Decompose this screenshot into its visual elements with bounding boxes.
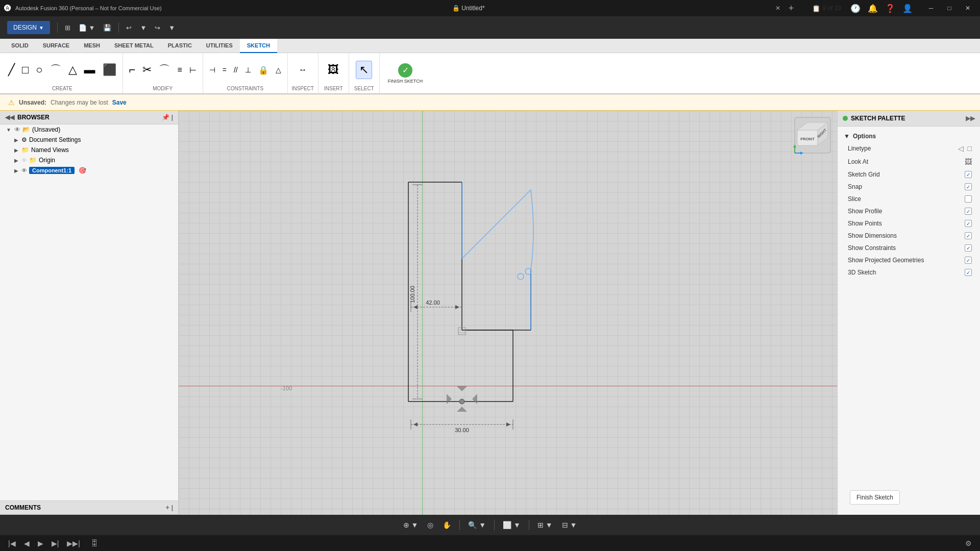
3d-sketch-checkbox[interactable]: ✓ bbox=[965, 269, 972, 276]
finish-sketch-palette-button[interactable]: Finish Sketch bbox=[850, 490, 900, 505]
linetype-icon2[interactable]: □ bbox=[968, 144, 972, 153]
close-button[interactable]: ✕ bbox=[960, 0, 976, 16]
slice-checkbox[interactable] bbox=[965, 195, 972, 203]
line-tool[interactable]: ╱ bbox=[5, 61, 18, 79]
trim-tool[interactable]: ✂ bbox=[139, 61, 155, 79]
show-dimensions-checkbox[interactable]: ✓ bbox=[965, 232, 972, 239]
redo-button[interactable]: ↪ bbox=[152, 22, 163, 34]
user-avatar[interactable]: 👤 bbox=[900, 2, 915, 15]
help-icon[interactable]: ❓ bbox=[883, 2, 897, 15]
viewcube[interactable]: FRONT RIGHT bbox=[792, 115, 833, 156]
browser-item-component1[interactable]: ▶ 👁 Component1:1 🎯 bbox=[0, 165, 178, 176]
break-tool[interactable]: ≡ bbox=[174, 63, 185, 77]
tab-utilities[interactable]: UTILITIES bbox=[199, 39, 240, 53]
arc-tool[interactable]: ⌒ bbox=[47, 60, 64, 80]
look-at-icon[interactable]: 🖼 bbox=[965, 158, 972, 166]
orbit-tool[interactable]: ◎ bbox=[424, 519, 436, 531]
next-button[interactable]: ▶| bbox=[50, 538, 61, 548]
zoom-tool[interactable]: 🔍 ▼ bbox=[465, 519, 489, 531]
finish-sketch-button[interactable]: ✓ FINISH SKETCH bbox=[383, 61, 428, 86]
apps-grid-button[interactable]: ⊞ bbox=[62, 22, 74, 34]
tab-plastic[interactable]: PLASTIC bbox=[161, 39, 199, 53]
maximize-button[interactable]: □ bbox=[941, 0, 958, 16]
chevron-down-icon: ▼ bbox=[844, 133, 850, 140]
minimize-button[interactable]: ─ bbox=[923, 0, 939, 16]
extend-tool[interactable]: ⌒ bbox=[156, 60, 173, 80]
browser-pin-btn[interactable]: 📌 bbox=[162, 114, 169, 121]
grid-toggle-tool[interactable]: ⊞ ▼ bbox=[534, 519, 556, 531]
linetype-icon1[interactable]: ◁ bbox=[958, 144, 964, 153]
comments-expand-btn[interactable]: | bbox=[172, 504, 173, 511]
show-profile-checkbox[interactable]: ✓ bbox=[965, 208, 972, 215]
circle-tool[interactable]: ○ bbox=[33, 61, 45, 79]
equal-tool[interactable]: △ bbox=[273, 64, 284, 76]
tab-surface[interactable]: SURFACE bbox=[36, 39, 77, 53]
skip-forward-button[interactable]: ▶▶| bbox=[65, 538, 82, 548]
eye-icon: 👁 bbox=[21, 157, 27, 163]
coincident-tool[interactable]: ⊣ bbox=[206, 64, 218, 76]
close-document-btn[interactable]: ✕ bbox=[775, 5, 780, 12]
redo-dropdown[interactable]: ▼ bbox=[165, 22, 178, 34]
target-icon: 🎯 bbox=[79, 167, 86, 174]
save-link[interactable]: Save bbox=[112, 99, 127, 106]
notification-icon[interactable]: 🔔 bbox=[866, 2, 880, 15]
perpendicular-tool[interactable]: ⊥ bbox=[242, 64, 254, 76]
browser-item-doc-settings[interactable]: ▶ ⚙ Document Settings bbox=[0, 135, 178, 145]
tab-sheet-metal[interactable]: SHEET METAL bbox=[107, 39, 161, 53]
insert-image-tool[interactable]: 🖼 bbox=[325, 61, 342, 79]
insert-group: 🖼 INSERT bbox=[318, 53, 349, 93]
dimension-tool[interactable]: ↔ bbox=[296, 63, 310, 77]
tab-sketch[interactable]: SKETCH bbox=[240, 39, 277, 53]
show-projected-checkbox[interactable]: ✓ bbox=[965, 257, 972, 264]
palette-dot bbox=[843, 116, 848, 121]
new-file-button[interactable]: 📄 ▼ bbox=[76, 22, 98, 34]
prev-button[interactable]: ◀ bbox=[22, 538, 32, 548]
app-title: Autodesk Fusion 360 (Personal – Not for … bbox=[15, 5, 162, 11]
design-button[interactable]: DESIGN ▼ bbox=[7, 21, 50, 34]
rectangle-tool[interactable]: □ bbox=[19, 61, 32, 79]
cursor-tool[interactable]: ⊕ ▼ bbox=[400, 519, 422, 531]
tab-mesh[interactable]: MESH bbox=[77, 39, 107, 53]
clock-icon[interactable]: 🕐 bbox=[848, 2, 863, 15]
slot-tool[interactable]: ▬ bbox=[81, 61, 99, 79]
browser-item-root[interactable]: ▼ 👁 📂 (Unsaved) bbox=[0, 124, 178, 135]
skip-back-button[interactable]: |◀ bbox=[6, 538, 18, 548]
settings-icon[interactable]: ⚙ bbox=[963, 538, 974, 548]
pan-tool[interactable]: ✋ bbox=[439, 519, 454, 531]
browser-expand-btn[interactable]: | bbox=[172, 114, 173, 121]
new-tab-btn[interactable]: + bbox=[789, 3, 794, 14]
snap-checkbox[interactable]: ✓ bbox=[965, 183, 972, 190]
display-mode-tool[interactable]: ⬜ ▼ bbox=[500, 519, 524, 531]
tab-solid[interactable]: SOLID bbox=[4, 39, 36, 53]
sketch-svg[interactable]: 42.00 100.00 30.00 bbox=[179, 111, 837, 515]
palette-expand-btn[interactable]: ▶▶ bbox=[966, 115, 975, 122]
option-row-show-points: Show Points ✓ bbox=[838, 217, 980, 230]
layout-tool[interactable]: ⊟ ▼ bbox=[559, 519, 580, 531]
canvas-area[interactable]: 42.00 100.00 30.00 bbox=[179, 111, 837, 515]
select-tool[interactable]: ↖ bbox=[356, 61, 372, 79]
browser-collapse-btn[interactable]: ◀◀ bbox=[5, 114, 14, 121]
undo-button[interactable]: ↩ bbox=[123, 22, 135, 34]
options-header[interactable]: ▼ Options bbox=[838, 131, 980, 142]
comments-add-btn[interactable]: + bbox=[166, 504, 169, 511]
fillet-tool[interactable]: ⌐ bbox=[126, 61, 139, 79]
parallel-tool[interactable]: // bbox=[231, 64, 241, 76]
lock-tool[interactable]: 🔒 bbox=[255, 63, 272, 77]
play-button[interactable]: ▶ bbox=[36, 538, 45, 548]
point-tool[interactable]: ⬛ bbox=[100, 61, 119, 79]
svg-text:FRONT: FRONT bbox=[800, 137, 815, 141]
collinear-tool[interactable]: = bbox=[219, 64, 230, 76]
undo-dropdown[interactable]: ▼ bbox=[137, 22, 150, 34]
show-points-checkbox[interactable]: ✓ bbox=[965, 220, 972, 227]
sketch-grid-checkbox[interactable]: ✓ bbox=[965, 171, 972, 178]
show-constraints-checkbox[interactable]: ✓ bbox=[965, 244, 972, 252]
offset-tool[interactable]: ⊢ bbox=[186, 63, 200, 77]
status-bar: |◀ ◀ ▶ ▶| ▶▶| 🎛 ⚙ bbox=[0, 535, 980, 551]
triangle-tool[interactable]: △ bbox=[65, 61, 80, 79]
browser-item-label: (Unsaved) bbox=[32, 126, 60, 133]
save-button[interactable]: 💾 bbox=[100, 22, 114, 34]
browser-item-named-views[interactable]: ▶ 📁 Named Views bbox=[0, 145, 178, 155]
folder-icon: 📁 bbox=[21, 146, 29, 154]
browser-item-origin[interactable]: ▶ 👁 📁 Origin bbox=[0, 155, 178, 165]
sidebar: ◀◀ BROWSER 📌 | ▼ 👁 📂 (Unsaved) ▶ bbox=[0, 111, 179, 515]
